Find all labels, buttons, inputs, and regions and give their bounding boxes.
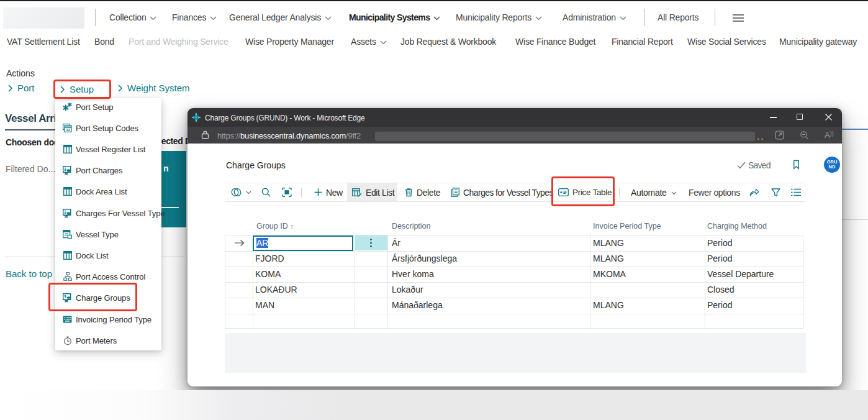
svg-text:12: 12 — [66, 127, 70, 132]
